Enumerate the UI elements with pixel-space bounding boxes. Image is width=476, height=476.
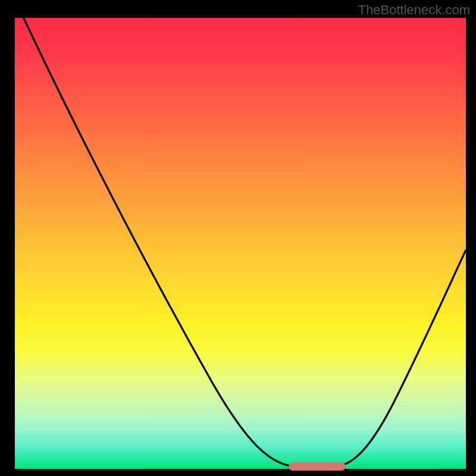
gradient-plot-area — [15, 18, 466, 469]
curve-layer — [15, 18, 466, 469]
accent-segment — [289, 462, 346, 471]
curve-path — [21, 12, 466, 466]
watermark-label: TheBottleneck.com — [358, 2, 470, 18]
